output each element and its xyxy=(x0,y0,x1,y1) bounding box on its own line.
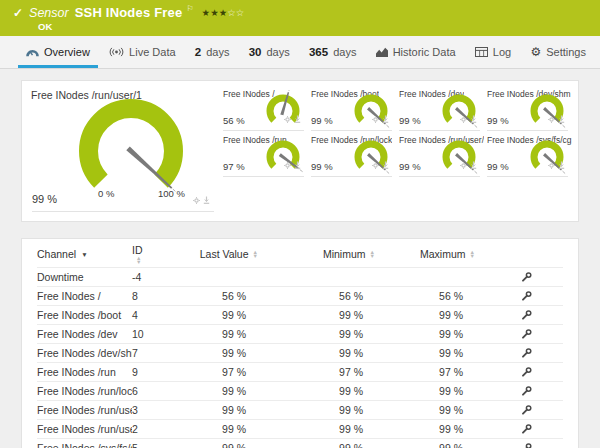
gauge-action-icons[interactable] xyxy=(372,109,389,127)
channel-name: Downtime xyxy=(37,271,132,283)
mini-gauge-value: 99 % xyxy=(487,115,509,126)
channel-settings-button[interactable] xyxy=(521,366,533,378)
mini-gear-icon xyxy=(548,109,555,127)
mini-gauge-panel[interactable]: Free INodes /boot99 % xyxy=(308,86,396,132)
column-label: Minimum xyxy=(323,248,366,260)
tab-settings[interactable]: ⚙Settings xyxy=(528,36,588,68)
gauge-action-icons[interactable] xyxy=(548,109,565,127)
channel-settings-button[interactable] xyxy=(521,404,533,416)
channel-settings-button[interactable] xyxy=(521,423,533,435)
mini-gauge-value: 99 % xyxy=(399,161,421,172)
table-row[interactable]: Free INodes /boot499 %99 %99 % xyxy=(37,305,563,324)
star-empty-icon[interactable]: ☆ xyxy=(227,7,236,18)
sensor-header: ✓ Sensor SSH INodes Free ⚐ ★★★☆☆ OK xyxy=(0,0,600,36)
divider xyxy=(311,176,392,177)
tab-live-data[interactable]: Live Data xyxy=(107,36,177,68)
tab-overview[interactable]: Overview xyxy=(24,36,92,68)
table-row[interactable]: Downtime-4 xyxy=(37,267,563,286)
tab-bar: OverviewLive Data2days30days365daysHisto… xyxy=(0,36,600,69)
tab-2-days[interactable]: 2days xyxy=(193,36,232,68)
mini-gauge-value: 97 % xyxy=(223,161,245,172)
gauge-scale-min: 0 % xyxy=(98,188,114,199)
mini-gauge-panel[interactable]: Free INodes /dev/shm99 % xyxy=(484,86,572,132)
channel-name: Free INodes / xyxy=(37,290,132,302)
gauge-action-icons[interactable] xyxy=(460,155,477,173)
star-empty-icon[interactable]: ☆ xyxy=(236,7,245,18)
maximum-value: 56 % xyxy=(375,290,475,302)
star-filled-icon[interactable]: ★ xyxy=(202,7,211,18)
mini-gauge-panel[interactable]: Free INodes /56 % xyxy=(220,86,308,132)
channel-name: Free INodes /run/user/1 xyxy=(37,404,132,416)
tab-label: Historic Data xyxy=(393,46,456,58)
channel-settings-button[interactable] xyxy=(521,309,533,321)
pin-icon xyxy=(382,109,389,127)
priority-stars[interactable]: ★★★☆☆ xyxy=(202,8,245,18)
channel-name: Free INodes /run/user/1 xyxy=(37,423,132,435)
gauge-action-icons[interactable] xyxy=(284,109,301,127)
gear-icon: ⚙ xyxy=(530,46,541,58)
tab-historic-data[interactable]: Historic Data xyxy=(374,36,458,68)
tab-log[interactable]: Log xyxy=(473,36,513,68)
channel-settings-button[interactable] xyxy=(521,271,533,283)
maximum-value: 99 % xyxy=(375,347,475,359)
table-row[interactable]: Free INodes /run/user/1399 %99 %99 % xyxy=(37,400,563,419)
gauge-action-icons[interactable] xyxy=(372,155,389,173)
mini-gauge-panel[interactable]: Free INodes /sys/fs/cg99 % xyxy=(484,132,572,178)
gauge-action-icons[interactable] xyxy=(460,109,477,127)
row-tools xyxy=(475,404,563,416)
minimum-value: 56 % xyxy=(258,290,375,302)
gauge-action-icons[interactable] xyxy=(193,190,210,208)
last-value: 99 % xyxy=(172,442,258,448)
main-gauge-chart xyxy=(28,89,218,207)
mini-gauge-panel[interactable]: Free INodes /dev99 % xyxy=(396,86,484,132)
mini-gauge-panel[interactable]: Free INodes /run/lock99 % xyxy=(308,132,396,178)
page-title: SSH INodes Free xyxy=(75,5,183,20)
column-header-minimum[interactable]: Minimum▲▼ xyxy=(258,248,375,260)
mini-gear-icon xyxy=(548,155,555,173)
sort-toggle-icon: ▲▼ xyxy=(470,250,475,259)
channel-settings-button[interactable] xyxy=(521,442,533,448)
table-row[interactable]: Free INodes /sys/fs/cgr...599 %99 %99 % xyxy=(37,438,563,448)
row-tools xyxy=(475,271,563,283)
channel-settings-button[interactable] xyxy=(521,385,533,397)
star-filled-icon[interactable]: ★ xyxy=(219,7,228,18)
table-row[interactable]: Free INodes /run997 %97 %97 % xyxy=(37,362,563,381)
table-row[interactable]: Free INodes /dev1099 %99 %99 % xyxy=(37,324,563,343)
tab-30-days[interactable]: 30days xyxy=(247,36,292,68)
table-row[interactable]: Free INodes /dev/shm799 %99 %99 % xyxy=(37,343,563,362)
pin-icon xyxy=(558,109,565,127)
maximum-value: 99 % xyxy=(375,404,475,416)
tab-365-days[interactable]: 365days xyxy=(307,36,358,68)
tab-label: days xyxy=(206,46,229,58)
divider xyxy=(487,130,568,131)
star-filled-icon[interactable]: ★ xyxy=(210,7,219,18)
live-data-icon xyxy=(109,47,124,57)
table-row[interactable]: Free INodes /run/lock699 %99 %99 % xyxy=(37,381,563,400)
row-tools xyxy=(475,309,563,321)
table-row[interactable]: Free INodes /856 %56 %56 % xyxy=(37,286,563,305)
gauge-action-icons[interactable] xyxy=(284,155,301,173)
table-row[interactable]: Free INodes /run/user/1299 %99 %99 % xyxy=(37,419,563,438)
last-value: 99 % xyxy=(172,404,258,416)
main-gauge-panel[interactable]: Free INodes /run/user/1 0 % 100 % 99 % xyxy=(28,85,220,217)
channel-settings-button[interactable] xyxy=(521,347,533,359)
channel-settings-button[interactable] xyxy=(521,290,533,302)
row-tools xyxy=(475,366,563,378)
gauge-action-icons[interactable] xyxy=(548,155,565,173)
mini-gauge-panel[interactable]: Free INodes /run97 % xyxy=(220,132,308,178)
divider xyxy=(399,130,480,131)
column-label: Channel xyxy=(37,248,76,260)
channel-id: -4 xyxy=(132,271,172,283)
divider xyxy=(32,211,214,212)
channel-settings-button[interactable] xyxy=(521,328,533,340)
mini-gauge-value: 99 % xyxy=(487,161,509,172)
divider xyxy=(223,130,304,131)
column-header-id[interactable]: ID▲▼ xyxy=(132,244,172,265)
mini-gauge-panel[interactable]: Free INodes /run/user/199 % xyxy=(396,132,484,178)
column-header-channel[interactable]: Channel▼ xyxy=(37,248,132,260)
column-header-maximum[interactable]: Maximum▲▼ xyxy=(375,248,475,260)
pin-icon xyxy=(470,109,477,127)
column-header-last-value[interactable]: Last Value▲▼ xyxy=(172,248,258,260)
column-label: ID xyxy=(132,244,143,256)
row-tools xyxy=(475,328,563,340)
